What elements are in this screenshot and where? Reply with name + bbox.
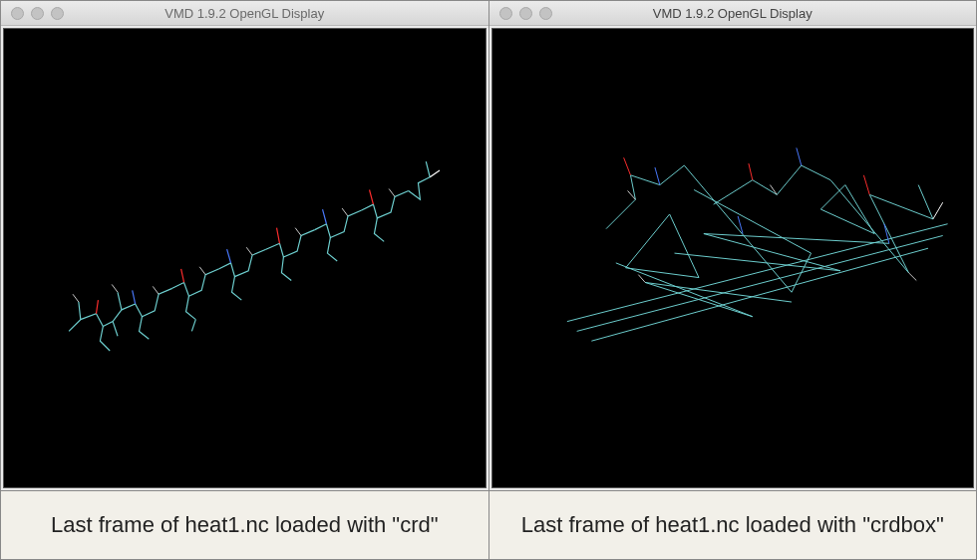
titlebar[interactable]: VMD 1.9.2 OpenGL Display [1,1,488,26]
opengl-viewport[interactable] [491,28,975,488]
traffic-lights [1,7,64,20]
caption-left: Last frame of heat1.nc loaded with "crd" [1,491,488,559]
minimize-icon[interactable] [519,7,532,20]
molecule-render-crd [4,29,486,487]
opengl-viewport[interactable] [3,28,487,488]
caption-right: Last frame of heat1.nc loaded with "crdb… [489,491,977,559]
window-title: VMD 1.9.2 OpenGL Display [1,6,488,21]
window-title: VMD 1.9.2 OpenGL Display [489,6,977,21]
close-icon[interactable] [499,7,512,20]
molecule-render-crdbox [492,29,974,487]
zoom-icon[interactable] [539,7,552,20]
titlebar[interactable]: VMD 1.9.2 OpenGL Display [489,1,977,26]
minimize-icon[interactable] [31,7,44,20]
comparison-container: VMD 1.9.2 OpenGL Display [0,0,977,560]
left-panel: VMD 1.9.2 OpenGL Display [1,1,489,559]
close-icon[interactable] [11,7,24,20]
vmd-window-left: VMD 1.9.2 OpenGL Display [1,1,488,491]
traffic-lights [489,7,552,20]
vmd-window-right: VMD 1.9.2 OpenGL Display [489,1,977,491]
zoom-icon[interactable] [51,7,64,20]
right-panel: VMD 1.9.2 OpenGL Display [489,1,977,559]
